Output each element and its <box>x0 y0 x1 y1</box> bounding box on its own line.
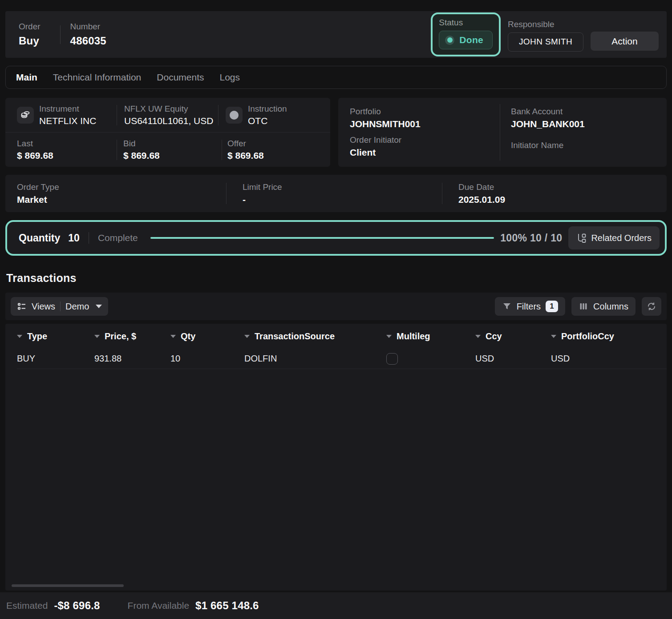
due-date-value: 2025.01.09 <box>458 194 667 205</box>
quantity-highlight-section: Quantity 10 Complete 100% 10 / 10 Relate… <box>5 220 667 256</box>
filter-funnel-icon <box>502 301 512 311</box>
estimated-value: -$8 696.8 <box>54 599 100 612</box>
chevron-down-icon <box>96 305 102 308</box>
table-row[interactable]: BUY 931.88 10 DOLFIN USD USD <box>17 349 667 369</box>
bank-account-field: Bank Account JOHN_BANK001 <box>500 104 667 133</box>
status-label: Status <box>439 18 493 28</box>
transactions-toolbar: Views Demo Filters 1 Columns <box>5 293 667 320</box>
bid-value: $ 869.68 <box>123 150 160 161</box>
responsible-label: Responsible <box>508 20 583 29</box>
tab-technical-information[interactable]: Technical Information <box>53 72 141 83</box>
instrument-card: Instrument NETFLIX INC NFLX UW Equity US… <box>5 98 330 167</box>
column-header-portfolioccy[interactable]: PortfolioCcy <box>551 331 667 342</box>
instrument-field: Instrument NETFLIX INC <box>5 105 117 125</box>
last-value: $ 869.68 <box>17 150 53 161</box>
filters-button[interactable]: Filters 1 <box>495 297 565 316</box>
order-label: Order <box>19 22 40 32</box>
cell-type: BUY <box>17 354 94 364</box>
offer-label: Offer <box>227 139 264 149</box>
sort-caret-icon <box>17 335 22 338</box>
order-details-card: Order Type Market Limit Price - Due Date… <box>5 175 667 212</box>
cell-multileg <box>386 353 475 365</box>
views-selected: Demo <box>65 301 89 312</box>
due-date-field: Due Date 2025.01.09 <box>442 183 667 204</box>
footer-bar: Estimated -$8 696.8 From Available $1 66… <box>0 592 672 619</box>
horizontal-scrollbar[interactable] <box>12 584 124 587</box>
column-header-type[interactable]: Type <box>17 331 94 342</box>
instruction-value: OTC <box>248 116 287 126</box>
column-header-ccy[interactable]: Ccy <box>475 331 551 342</box>
tab-logs[interactable]: Logs <box>220 72 240 83</box>
quantity-value: 10 <box>68 232 80 244</box>
number-label: Number <box>70 22 106 32</box>
quantity-label: Quantity <box>19 232 60 244</box>
quantity-status: Complete <box>98 233 138 243</box>
columns-button[interactable]: Columns <box>571 297 636 316</box>
views-separator <box>60 301 61 311</box>
order-type-field: Order Type Market <box>5 183 226 204</box>
limit-price-field: Limit Price - <box>226 183 442 204</box>
equity-field: NFLX UW Equity US64110L1061, USD <box>117 105 218 125</box>
instrument-value: NETFLIX INC <box>39 116 96 126</box>
estimated-label: Estimated <box>6 600 48 611</box>
action-button[interactable]: Action <box>591 32 659 51</box>
order-header-card: Order Buy Number 486035 Status Done Resp… <box>5 11 667 58</box>
number-field: Number 486035 <box>70 22 106 47</box>
tab-documents[interactable]: Documents <box>157 72 204 83</box>
order-summary: Order Buy Number 486035 <box>19 22 106 47</box>
cell-ccy: USD <box>475 354 551 364</box>
instrument-label: Instrument <box>39 104 96 114</box>
multileg-checkbox[interactable] <box>386 353 398 365</box>
equity-label: NFLX UW Equity <box>124 104 213 114</box>
order-initiator-value: Client <box>350 147 500 158</box>
related-orders-button[interactable]: Related Orders <box>568 226 660 249</box>
last-label: Last <box>17 139 53 149</box>
column-header-multileg[interactable]: Multileg <box>386 331 475 342</box>
cell-portfolioccy: USD <box>551 354 667 364</box>
cell-price: 931.88 <box>94 354 170 364</box>
views-dropdown[interactable]: Views Demo <box>11 297 108 316</box>
cell-qty: 10 <box>170 354 244 364</box>
status-badge[interactable]: Done <box>439 31 493 49</box>
sort-caret-icon <box>244 335 250 338</box>
refresh-icon <box>646 301 657 312</box>
initiator-name-label: Initiator Name <box>511 141 667 150</box>
cell-transactionsource: DOLFIN <box>244 354 386 364</box>
order-type-value: Market <box>17 194 226 205</box>
order-value: Buy <box>19 35 40 47</box>
sort-caret-icon <box>386 335 392 338</box>
tab-bar: Main Technical Information Documents Log… <box>5 66 667 89</box>
quantity-progress-track <box>150 237 494 239</box>
number-value: 486035 <box>70 35 106 47</box>
column-header-qty[interactable]: Qty <box>170 331 244 342</box>
portfolio-field: Portfolio JOHNSMITH001 <box>338 104 500 133</box>
portfolio-value: JOHNSMITH001 <box>350 119 500 129</box>
order-initiator-label: Order Initiator <box>350 135 500 145</box>
transactions-table: Type Price, $ Qty TransactionSource Mult… <box>5 324 667 591</box>
bank-account-value: JOHN_BANK001 <box>511 119 667 129</box>
instrument-card-top: Instrument NETFLIX INC NFLX UW Equity US… <box>5 98 330 133</box>
responsible-field: Responsible JOHN SMITH <box>508 20 583 52</box>
filters-count-badge: 1 <box>546 301 558 312</box>
responsible-value-box[interactable]: JOHN SMITH <box>508 32 583 52</box>
related-orders-label: Related Orders <box>591 233 652 243</box>
account-card: Portfolio JOHNSMITH001 Bank Account JOHN… <box>338 98 667 167</box>
from-available-label: From Available <box>128 600 190 611</box>
instruction-field: Instruction OTC <box>218 105 330 125</box>
responsible-value: JOHN SMITH <box>519 37 572 47</box>
offer-price-field: Offer $ 869.68 <box>222 140 330 160</box>
transactions-title: Transactions <box>6 272 667 285</box>
views-label: Views <box>32 301 55 312</box>
limit-price-label: Limit Price <box>243 182 442 192</box>
toolbar-right-group: Filters 1 Columns <box>495 297 661 316</box>
tab-main[interactable]: Main <box>16 72 37 83</box>
header-actions: Status Done Responsible JOHN SMITH Actio… <box>431 12 659 56</box>
status-value: Done <box>459 35 483 45</box>
header-divider <box>60 25 61 44</box>
quantity-progress-text: 100% 10 / 10 <box>500 232 562 244</box>
quantity-progress-fill <box>150 237 494 239</box>
refresh-button[interactable] <box>642 297 661 316</box>
column-header-price[interactable]: Price, $ <box>94 331 170 342</box>
info-cards-row: Instrument NETFLIX INC NFLX UW Equity US… <box>5 98 667 167</box>
column-header-transactionsource[interactable]: TransactionSource <box>244 331 386 342</box>
